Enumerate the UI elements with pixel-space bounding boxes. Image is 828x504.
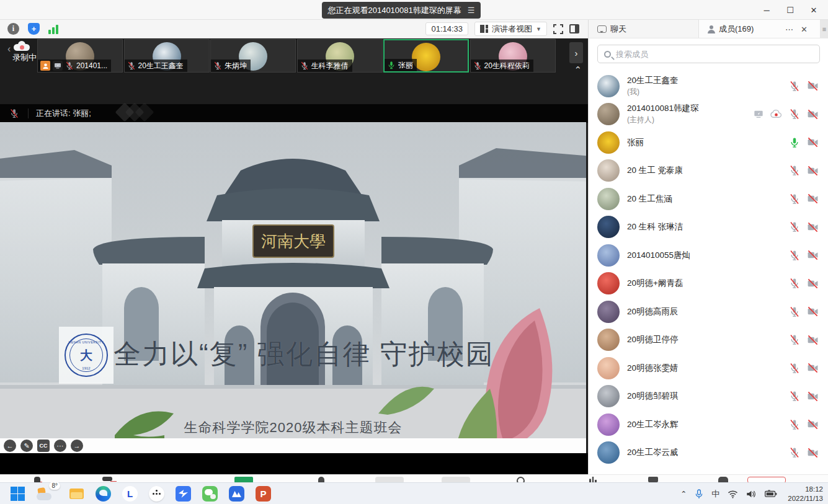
member-row[interactable]: 20明德+阚青磊 [589,270,828,298]
mic-off-icon[interactable] [9,108,19,118]
video-thumbnail[interactable]: 201401... [37,39,123,73]
remote-app-icon[interactable] [149,486,164,502]
member-row[interactable]: 20生工王鑫奎 (我) [589,72,828,100]
mic-off-icon[interactable] [789,108,800,120]
member-row[interactable]: 20生工岑云威 [589,439,828,467]
participants-button[interactable] [375,477,404,482]
member-row[interactable]: 20明德邹碧琪 [589,382,828,411]
member-row[interactable]: 20生工岑永辉 [589,410,828,439]
wechat-icon[interactable] [202,486,218,502]
mic-off-icon[interactable] [789,419,800,430]
mic-off-icon[interactable] [789,447,800,458]
tab-chat[interactable]: 聊天 [589,20,699,38]
mic-off-icon[interactable] [65,61,74,70]
panel-close-icon[interactable]: ✕ [801,25,808,34]
mic-off-icon[interactable] [789,250,800,261]
invite-button[interactable] [718,477,728,482]
mic-off-icon[interactable] [789,391,800,402]
search-input[interactable] [616,50,813,59]
video-thumbnail[interactable]: 生科李雅倩 [297,39,383,73]
fullscreen-icon[interactable] [553,24,563,34]
video-thumbnail[interactable]: 20生科程依莉 [470,39,556,73]
more-tools-button[interactable]: ⋯ [54,440,66,452]
next-slide-button[interactable]: → [71,440,83,452]
mic-off-icon[interactable] [473,61,482,70]
security-shield-icon[interactable]: + [28,23,40,35]
camera-off-icon[interactable] [807,278,819,290]
banner-menu-icon[interactable]: ☰ [468,6,475,15]
end-meeting-button[interactable] [747,477,786,482]
video-thumbnail[interactable]: 朱炳坤 [210,39,296,73]
mic-off-icon[interactable] [789,165,800,176]
meeting-info-icon[interactable]: i [7,23,19,35]
camera-off-icon[interactable] [807,447,819,459]
side-panel-toggle-icon[interactable] [569,24,579,33]
camera-off-icon[interactable] [807,193,819,205]
tencent-meeting-icon[interactable] [229,486,244,502]
member-row[interactable]: 2014010081韩建琛 (主持人) [589,100,828,129]
member-row[interactable]: 20 生科 张琳洁 [589,213,828,242]
video-thumbnail[interactable]: 20生工王鑫奎 [124,39,210,73]
panel-more-icon[interactable]: ⋯ [785,25,793,34]
tab-members[interactable]: 成员(169) ⋯ ✕ ≡ [699,20,828,38]
battery-icon[interactable] [765,490,777,498]
thumbnails-prev-icon[interactable]: ‹ [7,43,11,55]
mic-off-icon[interactable] [300,61,309,70]
maximize-button[interactable]: ☐ [778,0,802,20]
mic-off-icon[interactable] [127,61,136,70]
camera-off-icon[interactable] [807,418,819,430]
pen-tool-button[interactable]: ✎ [20,440,33,452]
speaker-view-button[interactable]: 演讲者视图 ▼ [474,22,547,36]
camera-off-icon[interactable] [807,334,819,346]
camera-off-icon[interactable] [807,165,819,177]
edge-browser-icon[interactable] [96,486,111,502]
powerpoint-icon[interactable] [256,486,271,502]
captions-button[interactable]: CC [37,440,50,452]
camera-off-icon[interactable] [807,391,819,402]
start-button-icon[interactable] [10,486,25,502]
tray-mic-icon[interactable] [695,489,703,500]
member-search-box[interactable] [597,45,820,63]
wifi-icon[interactable] [728,490,738,498]
camera-off-icon[interactable] [807,80,819,92]
mic-off-icon[interactable] [789,193,800,205]
member-row[interactable]: 20明德张雯婧 [589,354,828,382]
thumbnails-next-icon[interactable]: › [569,42,583,63]
share-screen-button[interactable] [234,477,253,482]
tray-expand-icon[interactable]: ⌃ [680,490,687,498]
mic-button[interactable] [34,477,40,482]
camera-off-icon[interactable] [807,136,819,148]
watching-screen-banner[interactable]: 您正在观看2014010081韩建琛的屏幕 ☰ [321,2,481,19]
speaker-icon[interactable] [746,490,757,498]
mic-off-icon[interactable] [789,278,800,289]
camera-off-icon[interactable] [807,108,819,120]
record-button[interactable] [517,477,525,482]
setting-button[interactable] [648,477,658,482]
security-button[interactable] [318,477,324,482]
camera-off-icon[interactable] [807,249,819,261]
member-row[interactable]: 20 生工焦涵 [589,185,828,213]
member-row[interactable]: 张丽 [589,128,828,157]
prev-slide-button[interactable]: ← [4,440,16,452]
camera-off-icon[interactable] [807,306,819,317]
network-signal-icon[interactable] [48,24,58,34]
apps-button[interactable] [589,477,597,482]
video-thumbnail[interactable]: 张丽 [383,39,469,73]
close-button[interactable]: ✕ [802,0,826,20]
member-row[interactable]: 2014010055唐灿 [589,241,828,270]
mic-on-icon[interactable] [789,137,800,148]
member-row[interactable]: 20明德高雨辰 [589,298,828,326]
camera-off-icon[interactable] [807,221,819,233]
lenovo-app-icon[interactable] [122,486,138,502]
mic-off-icon[interactable] [789,334,800,345]
panel-drag-handle-icon[interactable]: ≡ [820,20,828,38]
thunder-app-icon[interactable] [176,486,191,502]
mic-off-icon[interactable] [789,306,800,317]
mic-off-icon[interactable] [213,61,222,70]
mic-off-icon[interactable] [789,81,800,92]
mic-off-icon[interactable] [789,221,800,232]
ime-indicator[interactable]: 中 [711,489,719,500]
camera-off-icon[interactable] [807,362,819,374]
camera-button[interactable] [102,477,112,481]
thumbnails-collapse-icon[interactable]: ⌃ [574,64,582,76]
